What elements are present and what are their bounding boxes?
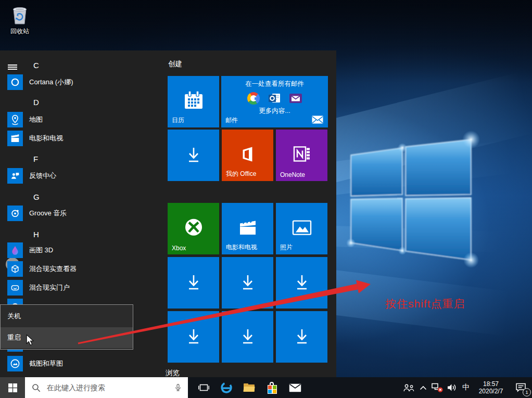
tile-label: 电影和电视 bbox=[226, 243, 257, 252]
tile-mail[interactable]: 在一处查看所有邮件 更多内容... 邮件 bbox=[221, 76, 328, 127]
download-icon bbox=[185, 147, 202, 164]
tile-download-placeholder[interactable] bbox=[168, 257, 219, 309]
onenote-icon bbox=[293, 146, 311, 162]
app-label: 地图 bbox=[29, 115, 43, 124]
app-list-letter-f[interactable]: F bbox=[33, 155, 38, 163]
tile-group-title-create[interactable]: 创建 bbox=[168, 59, 182, 69]
network-status-button[interactable] bbox=[430, 377, 445, 398]
start-button[interactable] bbox=[0, 377, 25, 398]
movies-tv-icon bbox=[238, 219, 258, 236]
file-explorer-icon bbox=[244, 383, 255, 392]
store-icon bbox=[268, 382, 277, 394]
envelope-icon bbox=[312, 115, 323, 124]
edge-browser-button[interactable] bbox=[215, 377, 238, 398]
mail-icon bbox=[289, 383, 301, 392]
app-list-letter-h[interactable]: H bbox=[33, 230, 39, 239]
mail-tile-more: 更多内容... bbox=[221, 107, 328, 115]
download-icon bbox=[294, 328, 310, 346]
chevron-up-icon bbox=[420, 386, 427, 390]
download-icon bbox=[239, 328, 256, 346]
ime-indicator[interactable]: 中 bbox=[459, 377, 473, 398]
app-label: 混合现实门户 bbox=[29, 283, 70, 292]
task-view-button[interactable] bbox=[192, 377, 215, 398]
tile-movies-tv[interactable]: 电影和电视 bbox=[222, 203, 273, 254]
clock-time: 18:57 bbox=[479, 380, 503, 388]
tile-download-placeholder[interactable] bbox=[222, 257, 273, 309]
download-icon bbox=[239, 274, 256, 292]
app-item-mixed-reality-viewer[interactable]: 混合现实查看器 bbox=[0, 260, 138, 278]
tile-download-placeholder[interactable] bbox=[276, 311, 327, 363]
power-menu-shutdown[interactable]: 关机 bbox=[1, 305, 133, 327]
app-list-letter-d[interactable]: D bbox=[33, 98, 39, 107]
google-icon bbox=[247, 92, 260, 105]
purple-mail-icon bbox=[289, 94, 302, 104]
tile-calendar[interactable]: 日历 bbox=[168, 76, 219, 127]
task-view-icon bbox=[198, 383, 209, 392]
app-label: 截图和草图 bbox=[29, 359, 63, 368]
movies-tv-icon bbox=[7, 131, 23, 146]
tile-label: 日历 bbox=[172, 116, 184, 125]
app-item-snip-sketch[interactable]: 截图和草图 bbox=[0, 355, 138, 373]
maps-icon bbox=[7, 112, 23, 127]
store-button[interactable] bbox=[261, 377, 284, 398]
app-item-mixed-reality-portal[interactable]: 混合现实门户 bbox=[0, 279, 138, 297]
search-icon bbox=[32, 383, 41, 392]
app-item-maps[interactable]: 地图 bbox=[0, 111, 138, 129]
search-input[interactable] bbox=[46, 383, 168, 392]
volume-button[interactable] bbox=[445, 377, 459, 398]
app-item-paint-3d[interactable]: 画图 3D bbox=[0, 241, 138, 259]
office-icon bbox=[241, 146, 255, 162]
feedback-hub-icon bbox=[7, 168, 23, 184]
desktop-screen: 回收站 C Cortana (小娜) bbox=[0, 0, 532, 398]
tile-download-placeholder[interactable] bbox=[276, 257, 327, 309]
mixed-reality-portal-icon bbox=[7, 280, 23, 296]
app-label: 混合现实查看器 bbox=[29, 264, 77, 274]
app-item-feedback-hub[interactable]: 反馈中心 bbox=[0, 167, 138, 185]
file-explorer-button[interactable] bbox=[238, 377, 261, 398]
microphone-icon[interactable] bbox=[174, 383, 182, 392]
app-label: 画图 3D bbox=[29, 246, 53, 255]
taskbar-clock[interactable]: 18:57 2020/2/7 bbox=[473, 377, 509, 398]
tile-label: 邮件 bbox=[225, 116, 238, 125]
mail-app-button[interactable] bbox=[284, 377, 307, 398]
app-list-letter-c[interactable]: C bbox=[33, 61, 39, 70]
mail-tile-heading: 在一处查看所有邮件 bbox=[221, 80, 328, 88]
app-label: Cortana (小娜) bbox=[29, 78, 73, 87]
taskbar: 中 18:57 2020/2/7 1 bbox=[0, 377, 532, 398]
recycle-bin-label: 回收站 bbox=[5, 27, 34, 36]
volume-icon bbox=[447, 383, 457, 392]
app-label: Groove 音乐 bbox=[29, 209, 67, 218]
tile-download-placeholder[interactable] bbox=[222, 311, 273, 363]
recycle-bin-glyph bbox=[8, 4, 31, 26]
tile-onenote[interactable]: OneNote bbox=[276, 130, 327, 181]
tile-label: OneNote bbox=[280, 171, 305, 178]
notification-badge: 1 bbox=[523, 388, 531, 396]
download-icon bbox=[185, 274, 202, 292]
tray-expand-button[interactable] bbox=[416, 377, 430, 398]
app-list-letter-g[interactable]: G bbox=[33, 192, 40, 201]
annotation-text: 按住shift点重启 bbox=[385, 297, 465, 311]
app-label: 电影和电视 bbox=[29, 134, 63, 143]
tile-xbox[interactable]: Xbox bbox=[168, 203, 219, 254]
paint-3d-icon bbox=[7, 242, 23, 258]
app-item-groove-music[interactable]: Groove 音乐 bbox=[0, 204, 138, 222]
app-item-cortana[interactable]: Cortana (小娜) bbox=[0, 73, 138, 91]
power-menu-popup: 关机 重启 bbox=[0, 304, 133, 350]
app-label: 反馈中心 bbox=[29, 171, 56, 181]
tile-group-title-browse[interactable]: 浏览 bbox=[166, 368, 180, 378]
mixed-reality-viewer-icon bbox=[7, 261, 23, 277]
tile-download-placeholder[interactable] bbox=[168, 130, 219, 181]
taskbar-search-box[interactable] bbox=[25, 377, 188, 398]
mail-providers bbox=[221, 92, 328, 105]
action-center-button[interactable]: 1 bbox=[509, 377, 532, 398]
clock-date: 2020/2/7 bbox=[479, 388, 503, 395]
power-menu-restart[interactable]: 重启 bbox=[1, 327, 133, 348]
tile-download-placeholder[interactable] bbox=[168, 311, 219, 363]
groove-music-icon bbox=[7, 206, 23, 221]
download-icon bbox=[185, 328, 202, 346]
tile-my-office[interactable]: 我的 Office bbox=[222, 130, 273, 181]
tile-photos[interactable]: 照片 bbox=[276, 203, 327, 254]
app-item-movies-tv[interactable]: 电影和电视 bbox=[0, 130, 138, 147]
people-button[interactable] bbox=[402, 377, 416, 398]
recycle-bin-icon[interactable]: 回收站 bbox=[5, 4, 34, 36]
